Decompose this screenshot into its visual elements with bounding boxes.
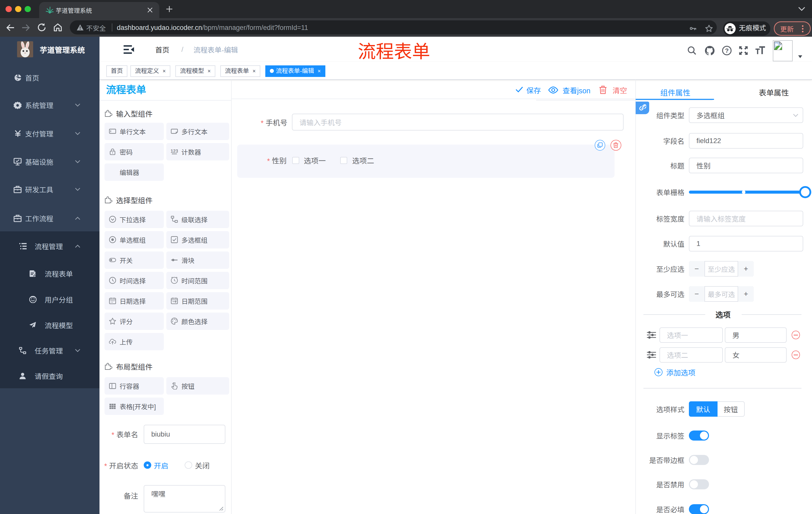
svg-text:?: ? [725, 47, 729, 54]
svg-text:123: 123 [171, 148, 178, 154]
